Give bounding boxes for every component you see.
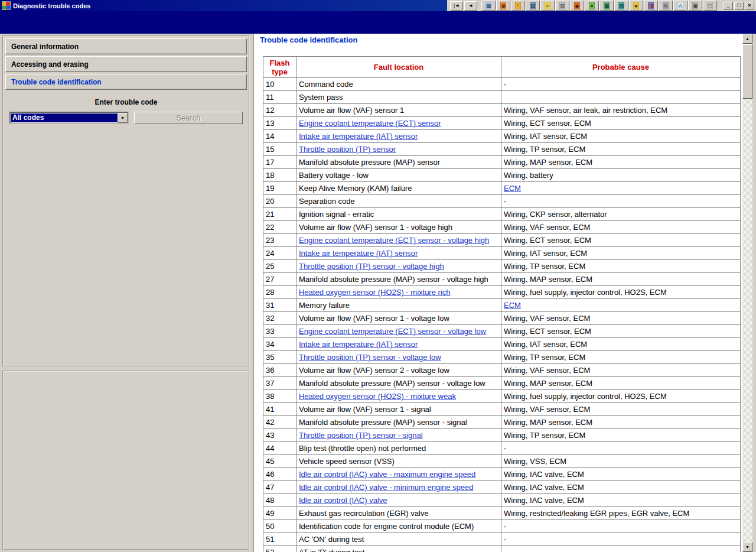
flash-type-cell: 31 xyxy=(263,299,296,312)
probable-cause-link[interactable]: ECM xyxy=(504,184,521,193)
dropdown-arrow-button[interactable]: ▼ xyxy=(118,113,128,123)
page-title: Trouble code identification xyxy=(260,35,357,44)
fault-location-cell: Intake air temperature (IAT) sensor xyxy=(296,247,501,260)
vertical-scrollbar[interactable]: ▲ ▼ xyxy=(742,34,752,552)
table-row: 31 Memory failure ECM xyxy=(263,299,741,312)
fault-location-link[interactable]: Heated oxygen sensor (HO2S) - mixture ri… xyxy=(299,288,450,297)
fault-location-cell: System pass xyxy=(296,91,501,104)
sidebar-upper-panel: General information Accessing and erasin… xyxy=(2,35,250,367)
flash-type-cell: 48 xyxy=(263,494,296,507)
abs-icon: □ xyxy=(707,2,713,9)
sidebar-item-accessing-and-erasing[interactable]: Accessing and erasing xyxy=(5,56,247,72)
flash-type-cell: 33 xyxy=(263,325,296,338)
probable-cause-link[interactable]: ECM xyxy=(504,301,521,310)
fault-location-cell: Manifold absolute pressure (MAP) sensor … xyxy=(296,377,501,390)
toolbar-button-airbags[interactable]: ▣ xyxy=(688,1,702,11)
service-indicator-icon: * xyxy=(515,2,521,9)
toolbar-button-wiring-diagrams[interactable]: ▧ xyxy=(614,1,628,11)
table-row: 37 Manifold absolute pressure (MAP) sens… xyxy=(263,377,741,390)
probable-cause-cell: Wiring, MAP sensor, ECM xyxy=(501,416,741,429)
toolbar-button-management-systems[interactable]: ▦ xyxy=(599,1,614,11)
toolbar-button-engine[interactable]: ▣ xyxy=(496,1,510,11)
fault-location-cell: Manifold absolute pressure (MAP) sensor … xyxy=(296,416,501,429)
table-row: 10 Command code - xyxy=(263,78,741,91)
fault-location-cell: Volume air flow (VAF) sensor 1 - signal xyxy=(296,403,501,416)
trouble-code-dropdown[interactable]: All codes ▼ xyxy=(9,112,129,124)
toolbar-button-engine-management[interactable]: ◆ xyxy=(570,1,584,11)
sidebar-item-trouble-code-identification[interactable]: Trouble code identification xyxy=(5,74,247,90)
flash-type-cell: 46 xyxy=(263,468,296,481)
probable-cause-cell: - xyxy=(501,520,741,533)
toolbar-button-technical-data[interactable]: ▤ xyxy=(526,1,540,11)
fault-location-link[interactable]: Throttle position (TP) sensor - voltage … xyxy=(299,262,444,271)
table-row: 48 Idle air control (IAC) valve Wiring, … xyxy=(263,494,741,507)
fault-location-cell: Battery voltage - low xyxy=(296,169,501,182)
fault-location-link[interactable]: Engine coolant temperature (ECT) sensor xyxy=(299,119,441,128)
toolbar-button-air-conditioning[interactable]: A xyxy=(673,1,687,11)
nav-first-button[interactable]: |◄ xyxy=(450,1,463,11)
fault-location-cell: Intake air temperature (IAT) sensor xyxy=(296,338,501,351)
fault-location-cell: Keep Alive Memory (KAM) failure xyxy=(296,182,501,195)
nav-back-button[interactable]: ◄ xyxy=(464,1,477,11)
fault-location-link[interactable]: Heated oxygen sensor (HO2S) - mixture we… xyxy=(299,392,456,401)
table-row: 35 Throttle position (TP) sensor - volta… xyxy=(263,351,741,364)
toolbar-button-vehicle-selection[interactable]: ▦ xyxy=(481,1,496,11)
fault-location-link[interactable]: Throttle position (TP) sensor - signal xyxy=(299,431,423,440)
fault-location-link[interactable]: Idle air control (IAC) valve xyxy=(299,496,387,505)
table-row: 32 Volume air flow (VAF) sensor 1 - volt… xyxy=(263,312,741,325)
engine-icon: ▣ xyxy=(500,2,506,9)
fault-location-link[interactable]: Throttle position (TP) sensor xyxy=(299,145,396,154)
probable-cause-cell: Wiring, fuel supply, injector control, H… xyxy=(501,286,741,299)
flash-type-cell: 50 xyxy=(263,520,296,533)
fault-location-link[interactable]: Idle air control (IAC) valve - maximum e… xyxy=(299,470,475,479)
toolbar-button-repair-times[interactable]: ▥ xyxy=(555,1,569,11)
table-row: 24 Intake air temperature (IAT) sensor W… xyxy=(263,247,741,260)
toolbar-button-service-schedules[interactable]: ≡ xyxy=(540,1,555,11)
toolbar-button-diagnostic-trouble-codes[interactable]: ● xyxy=(585,1,599,11)
table-row: 17 Manifold absolute pressure (MAP) sens… xyxy=(263,156,741,169)
maximize-button[interactable]: □ xyxy=(734,2,744,10)
toolbar-button-abs[interactable]: □ xyxy=(703,1,717,11)
scrollbar-thumb[interactable] xyxy=(742,44,752,99)
close-button[interactable]: × xyxy=(745,2,754,10)
scroll-up-button[interactable]: ▲ xyxy=(742,34,752,44)
toolbar-button-wheel-alignment[interactable]: ◎ xyxy=(659,1,673,11)
fault-location-link[interactable]: Intake air temperature (IAT) sensor xyxy=(299,340,418,349)
fault-location-link[interactable]: Throttle position (TP) sensor - voltage … xyxy=(299,353,441,362)
fault-location-cell: Heated oxygen sensor (HO2S) - mixture ri… xyxy=(296,286,501,299)
search-button[interactable]: Search xyxy=(134,112,243,124)
col-header-fault-location-label: Fault location xyxy=(374,63,424,72)
fault-location-link[interactable]: Engine coolant temperature (ECT) sensor … xyxy=(299,327,486,336)
management-systems-icon: ▦ xyxy=(604,2,610,9)
fault-location-link[interactable]: Intake air temperature (IAT) sensor xyxy=(299,249,418,258)
probable-cause-cell: Wiring, TP sensor, ECM xyxy=(501,260,741,273)
arrow-down-icon: ▼ xyxy=(745,545,750,549)
col-header-flash-type-label: Flash type xyxy=(270,59,290,76)
table-row: 51 AC 'ON' during test - xyxy=(263,533,741,546)
flash-type-cell: 13 xyxy=(263,117,296,130)
toolbar-button-service-indicator[interactable]: * xyxy=(511,1,525,11)
flash-type-cell: 38 xyxy=(263,390,296,403)
scroll-down-button[interactable]: ▼ xyxy=(742,542,752,552)
minimize-button[interactable]: _ xyxy=(724,2,733,10)
fault-location-link[interactable]: Idle air control (IAC) valve - minimum e… xyxy=(299,483,474,492)
fault-location-link[interactable]: Intake air temperature (IAT) sensor xyxy=(299,132,418,141)
toolbar-button-key-programming[interactable]: ◨ xyxy=(644,1,658,11)
flash-type-cell: 24 xyxy=(263,247,296,260)
probable-cause-cell: Wiring, MAP sensor, ECM xyxy=(501,156,741,169)
table-row: 41 Volume air flow (VAF) sensor 1 - sign… xyxy=(263,403,741,416)
fault-location-cell: Idle air control (IAC) valve - maximum e… xyxy=(296,468,501,481)
table-row: 27 Manifold absolute pressure (MAP) sens… xyxy=(263,273,741,286)
window-title: Diagnostic trouble codes xyxy=(13,2,90,9)
fault-location-cell: AT in 'D' during test xyxy=(296,546,501,552)
sidebar-item-general-information[interactable]: General information xyxy=(5,38,247,54)
probable-cause-cell: Wiring, TP sensor, ECM xyxy=(501,143,741,156)
toolbar-button-fuses-relays[interactable]: ■ xyxy=(629,1,643,11)
table-row: 18 Battery voltage - low Wiring, battery xyxy=(263,169,741,182)
fault-location-link[interactable]: Engine coolant temperature (ECT) sensor … xyxy=(299,236,489,245)
probable-cause-cell: Wiring, CKP sensor, alternator xyxy=(501,208,741,221)
table-row: 49 Exhaust gas recirculation (EGR) valve… xyxy=(263,507,741,520)
arrow-up-icon: ▲ xyxy=(745,37,750,41)
fault-location-cell: Intake air temperature (IAT) sensor xyxy=(296,130,501,143)
col-header-probable-cause-label: Probable cause xyxy=(592,63,649,72)
